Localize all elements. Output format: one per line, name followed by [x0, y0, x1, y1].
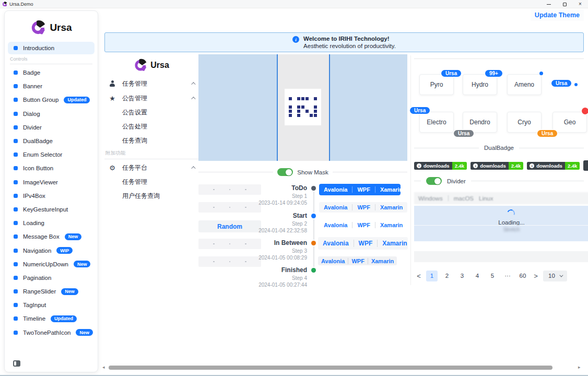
menu-sub-item[interactable]: 公告设置	[104, 105, 198, 120]
scroll-right-icon[interactable]: ▸	[578, 365, 581, 370]
viewer-guide-line[interactable]	[277, 54, 278, 161]
show-mask-toggle[interactable]	[277, 168, 293, 176]
sidebar-item[interactable]: ImageViewer	[5, 175, 98, 189]
image-viewer[interactable]	[198, 54, 407, 161]
page-ellipsis[interactable]: ···	[502, 271, 513, 281]
button-group-button[interactable]: Xamarin	[375, 186, 407, 193]
sidebar-item[interactable]: Pagination	[5, 271, 98, 285]
button-group-button[interactable]: Avalonia	[318, 240, 354, 247]
button-group-button[interactable]: WPF	[354, 240, 378, 247]
menu-sub-item[interactable]: 用户任务查询	[104, 189, 198, 203]
bullet-icon	[14, 139, 18, 143]
ursa-logo-icon	[30, 20, 46, 36]
menu-group-task-management[interactable]: 任务管理	[104, 76, 198, 91]
page-size-select[interactable]: 10	[543, 271, 567, 281]
button-group-button[interactable]: Xamarin	[375, 222, 407, 228]
sidebar-item[interactable]: RangeSlider New	[5, 285, 98, 298]
sidebar-item-label: Icon Button	[23, 165, 53, 171]
banner-title: Welcome to IRIHI Technology!	[303, 36, 396, 42]
sidebar-item-label: Loading	[23, 220, 44, 226]
menu-sub-item[interactable]: 任务查询	[104, 134, 198, 148]
next-page-icon[interactable]: >	[532, 272, 539, 280]
page-button[interactable]: 3	[456, 271, 468, 281]
timeline-entry: Start Step 2 2024-01-04 22:32:58	[243, 212, 307, 233]
page-button[interactable]: 2	[441, 271, 453, 281]
sidebar-item[interactable]: Message Box New	[5, 230, 98, 243]
loading-spinner-icon	[506, 208, 516, 218]
button-group-solid: AvaloniaWPFXamarin	[319, 184, 401, 195]
tab-macos[interactable]: macOS	[454, 195, 474, 202]
sidebar-item[interactable]: NumericUpDown New	[5, 257, 98, 271]
bullet-icon	[14, 98, 18, 102]
button-group-button[interactable]: Avalonia	[319, 204, 352, 210]
sidebar-item[interactable]: Icon Button	[5, 161, 98, 175]
sidebar-item[interactable]: IPv4Box	[5, 189, 98, 203]
page-button[interactable]: 5	[487, 271, 498, 281]
sidebar-item[interactable]: Timeline Updated	[5, 312, 98, 325]
badge-card: Dendro	[463, 112, 497, 133]
button-group-button[interactable]: Avalonia	[318, 258, 348, 264]
button-group-button[interactable]: WPF	[348, 258, 367, 264]
button-group-button[interactable]: Xamarin	[375, 204, 407, 210]
update-theme-button[interactable]: Update Theme	[531, 9, 584, 21]
button-group-button[interactable]: Xamarin	[377, 240, 411, 247]
sidebar-item[interactable]: Loading	[5, 216, 98, 230]
chevron-up-icon	[191, 82, 195, 86]
sidebar-item-label: Button Group	[23, 97, 58, 103]
sidebar-item[interactable]: Dialog	[5, 107, 98, 121]
menu-group-task-platform[interactable]: ⚙ 任务平台	[104, 160, 198, 175]
sidebar-item[interactable]: Navigation WIP	[5, 243, 98, 257]
sidebar-item-badge: New	[74, 261, 91, 267]
sidebar-item[interactable]: TagInput	[5, 298, 98, 312]
sidebar-item-label: IPv4Box	[23, 193, 45, 199]
button-group-button[interactable]: WPF	[352, 186, 374, 193]
tab-linux[interactable]: Linux	[479, 195, 493, 202]
sidebar-collapse-icon[interactable]	[13, 360, 20, 367]
sidebar-item[interactable]: Badge	[5, 66, 98, 79]
irihi-logo-image	[285, 89, 321, 125]
previous-page-icon[interactable]: <	[415, 272, 422, 280]
close-button[interactable]: ×	[572, 0, 588, 8]
divider-toggle[interactable]	[426, 177, 442, 185]
sidebar-item[interactable]: Enum Selector	[5, 148, 98, 161]
button-group-button[interactable]: WPF	[352, 222, 374, 228]
menu-sub-item[interactable]: 公告处理	[104, 120, 198, 134]
badge: Ursa	[410, 107, 430, 114]
sidebar-item[interactable]: KeyGestureInput	[5, 203, 98, 216]
sidebar-item[interactable]: DualBadge	[5, 134, 98, 148]
viewer-guide-line[interactable]	[329, 54, 330, 161]
dual-badge: idownloads 2.4k	[471, 162, 523, 170]
scroll-left-icon[interactable]: ◂	[102, 365, 105, 370]
sidebar-item-label: TwoTonePathIcon	[23, 330, 70, 336]
sidebar-item[interactable]: TwoTonePathIcon New	[5, 326, 98, 339]
timeline-dot	[311, 241, 316, 245]
badge: Ursa	[537, 130, 557, 137]
sidebar-item[interactable]: Divider	[5, 121, 98, 134]
button-group-button[interactable]: Xamarin	[368, 258, 397, 264]
sidebar-item[interactable]: Button Group Updated	[5, 93, 98, 107]
menu-group-announcement[interactable]: ★ 公告管理	[104, 91, 198, 105]
page-button[interactable]: 4	[472, 271, 483, 281]
dualbadge-divider: DualBadge	[414, 145, 584, 151]
sidebar-item-label: DualBadge	[23, 138, 53, 144]
button-group-button[interactable]: Avalonia	[319, 186, 352, 193]
person-icon	[109, 80, 116, 87]
sidebar-item-label: Message Box	[23, 233, 60, 240]
menu-group-label: 任务平台	[122, 163, 147, 172]
button-group-button[interactable]: WPF	[352, 204, 374, 210]
sidebar-item-introduction[interactable]: Introduction	[8, 42, 95, 54]
horizontal-scrollbar-thumb[interactable]	[109, 366, 552, 370]
page-button-current[interactable]: 1	[426, 271, 438, 281]
info-icon: i	[417, 163, 421, 168]
minimize-button[interactable]	[541, 0, 557, 8]
bullet-icon	[14, 289, 18, 293]
sidebar-logo: Ursa	[5, 11, 98, 38]
page-button[interactable]: 60	[517, 271, 528, 281]
button-group-large: AvaloniaWPFXamarin	[318, 237, 408, 250]
button-group-button[interactable]: Avalonia	[319, 222, 352, 228]
maximize-button[interactable]	[557, 0, 572, 8]
tab-windows[interactable]: Windows	[418, 195, 443, 202]
sidebar-item-badge: Updated	[51, 315, 77, 322]
sidebar-item[interactable]: Banner	[5, 79, 98, 93]
menu-sub-item[interactable]: 任务管理	[104, 175, 198, 189]
